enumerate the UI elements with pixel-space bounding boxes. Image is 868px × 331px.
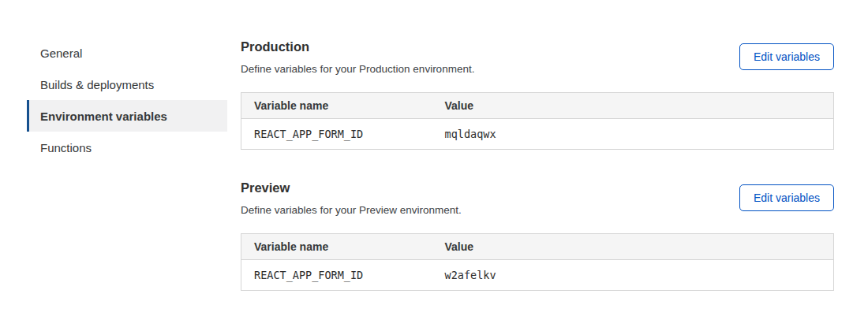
preview-section-header: Preview Define variables for your Previe… bbox=[241, 178, 834, 218]
edit-variables-button-preview[interactable]: Edit variables bbox=[739, 184, 834, 211]
sidebar-item-environment-variables[interactable]: Environment variables bbox=[27, 100, 227, 132]
variable-value-cell: mqldaqwx bbox=[432, 119, 834, 150]
sidebar-item-functions[interactable]: Functions bbox=[27, 132, 227, 163]
table-header-row: Variable name Value bbox=[241, 93, 834, 119]
main-content: Production Define variables for your Pro… bbox=[241, 37, 834, 291]
sidebar-item-general[interactable]: General bbox=[27, 37, 227, 69]
variable-value-cell: w2afelkv bbox=[432, 260, 834, 291]
variable-name-column-header: Variable name bbox=[241, 93, 432, 119]
production-variables-table: Variable name Value REACT_APP_FORM_ID mq… bbox=[241, 92, 834, 150]
table-row: REACT_APP_FORM_ID w2afelkv bbox=[241, 260, 834, 291]
production-title: Production bbox=[241, 37, 474, 56]
preview-variables-table: Variable name Value REACT_APP_FORM_ID w2… bbox=[241, 233, 834, 291]
variable-name-cell: REACT_APP_FORM_ID bbox=[241, 119, 432, 150]
production-header-text: Production Define variables for your Pro… bbox=[241, 37, 474, 76]
variable-name-column-header: Variable name bbox=[241, 234, 432, 260]
table-header-row: Variable name Value bbox=[241, 234, 834, 260]
edit-variables-button-production[interactable]: Edit variables bbox=[739, 43, 834, 70]
variable-name-cell: REACT_APP_FORM_ID bbox=[241, 260, 432, 291]
preview-description: Define variables for your Preview enviro… bbox=[241, 203, 462, 218]
value-column-header: Value bbox=[432, 93, 834, 119]
production-section-header: Production Define variables for your Pro… bbox=[241, 37, 834, 76]
settings-sidebar: General Builds & deployments Environment… bbox=[27, 37, 227, 163]
table-row: REACT_APP_FORM_ID mqldaqwx bbox=[241, 119, 834, 150]
production-section: Production Define variables for your Pro… bbox=[241, 37, 834, 150]
preview-header-text: Preview Define variables for your Previe… bbox=[241, 178, 462, 218]
value-column-header: Value bbox=[432, 234, 834, 260]
sidebar-item-builds-deployments[interactable]: Builds & deployments bbox=[27, 69, 227, 100]
environment-variables-page: General Builds & deployments Environment… bbox=[0, 0, 868, 331]
preview-section: Preview Define variables for your Previe… bbox=[241, 178, 834, 291]
production-description: Define variables for your Production env… bbox=[241, 61, 474, 76]
preview-title: Preview bbox=[241, 178, 462, 197]
